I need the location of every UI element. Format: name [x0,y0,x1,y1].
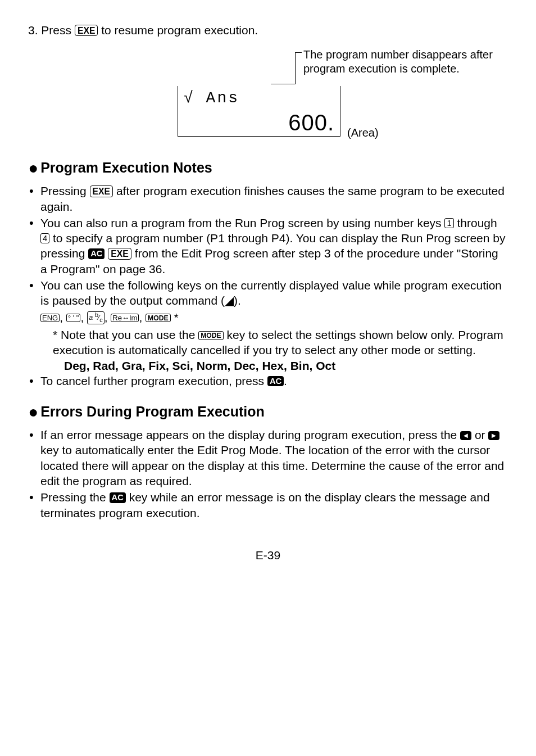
execution-diagram: The program number disappears after prog… [28,48,508,143]
lcd-display: √ Ans 600. [178,86,340,137]
lcd-result: 600. [184,108,334,137]
dms-key-icon: ° ' " [66,314,81,323]
exe-key-icon: EXE [108,248,131,259]
key-1-icon: 1 [444,218,453,228]
ac-key-icon: AC [110,492,126,503]
step3-suffix: to resume program execution. [98,24,258,37]
section-heading-errors: ●Errors During Program Execution [28,401,508,423]
exec-notes-list-2: To cancel further program execution, pre… [28,373,508,388]
exe-key-icon: EXE [90,185,113,197]
key-list-row: ENG, ° ' ", a b⁄c, Re↔Im, MODE * [28,310,508,325]
area-label: (Area) [347,125,379,140]
list-item: If an error message appears on the displ… [28,427,508,488]
reim-key-icon: Re↔Im [111,314,139,323]
section-heading-exec-notes: ●Program Execution Notes [28,157,508,179]
mode-note: * Note that you can use the MODE key to … [28,327,508,358]
left-arrow-key-icon [460,431,471,440]
right-arrow-key-icon [488,431,499,440]
modes-list: Deg, Rad, Gra, Fix, Sci, Norm, Dec, Hex,… [28,358,508,373]
exec-notes-list: Pressing EXE after program execution fin… [28,183,508,308]
list-item: To cancel further program execution, pre… [28,373,508,388]
list-item: You can also run a program from the Run … [28,215,508,277]
callout-line [295,52,302,53]
exe-key-icon: EXE [75,25,98,36]
errors-list: If an error message appears on the displ… [28,427,508,520]
abc-key-icon: a b⁄c [87,311,105,324]
diagram-caption: The program number disappears after prog… [303,48,493,76]
caption-line2: program execution is complete. [303,62,460,75]
list-item: Pressing the AC key while an error messa… [28,490,508,520]
ac-key-icon: AC [88,248,105,259]
key-4-icon: 4 [40,233,49,243]
list-item: You can use the following keys on the cu… [28,278,508,309]
output-triangle-icon: ◢ [225,294,234,307]
mode-key-icon: MODE [198,331,224,340]
page-number: E-39 [28,547,508,563]
step3-prefix: 3. Press [28,24,75,37]
mode-key-icon: MODE [146,314,171,323]
callout-line [271,84,296,84]
ac-key-icon: AC [267,376,284,386]
lcd-expression: √ Ans [184,88,334,108]
callout-line [295,52,296,84]
caption-line1: The program number disappears after [303,48,493,61]
eng-key-icon: ENG [40,314,60,323]
list-item: Pressing EXE after program execution fin… [28,183,508,214]
step-3: 3. Press EXE to resume program execution… [28,22,508,38]
